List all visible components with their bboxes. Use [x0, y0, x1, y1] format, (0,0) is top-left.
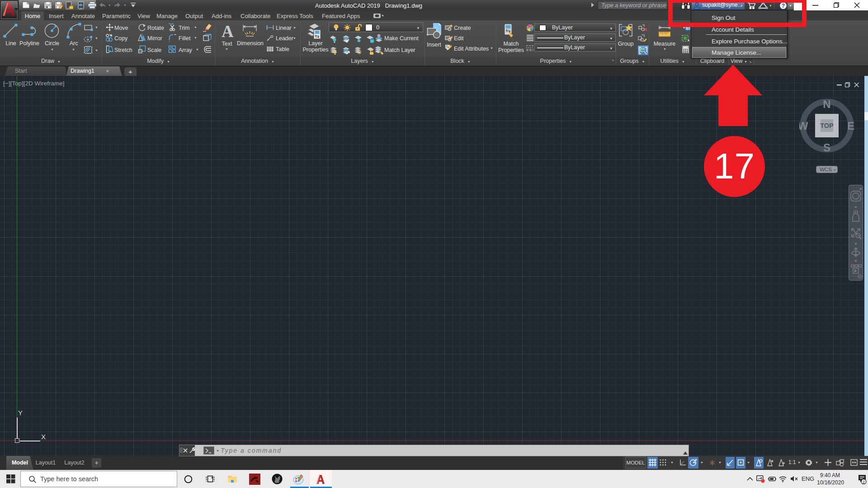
svg-text:S: S — [823, 141, 830, 154]
svg-text:E: E — [847, 120, 854, 132]
svg-text:TOP: TOP — [820, 122, 834, 129]
svg-text:2: 2 — [863, 480, 865, 484]
svg-text:N: N — [823, 98, 830, 110]
svg-text:W: W — [799, 120, 808, 132]
